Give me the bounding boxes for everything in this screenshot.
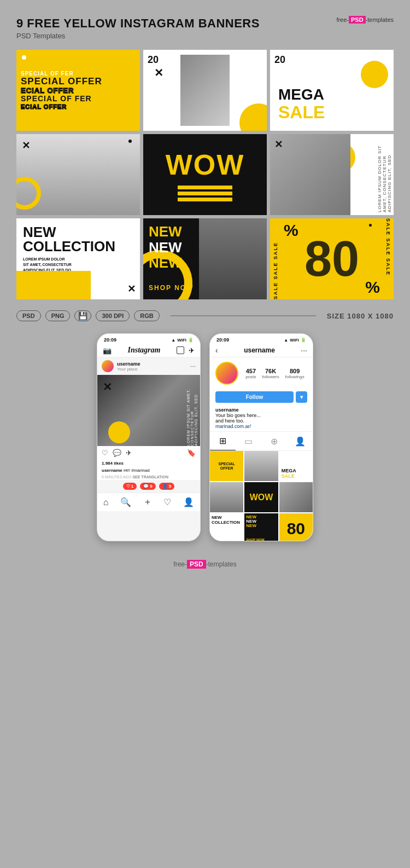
- posts-label: posts: [245, 374, 256, 379]
- tab-person[interactable]: 👤: [287, 432, 313, 450]
- followers-label: followers: [262, 374, 279, 379]
- phone-profile: 20:09 ▲ WiFi 🔋 ‹ username ··· 457: [209, 333, 313, 541]
- tab-tag[interactable]: ⊕: [261, 432, 287, 450]
- new-text: NEW: [23, 225, 133, 239]
- banner-grid: SPECIAL OF FER SPECIAL OFFER ECIAL OFFER…: [16, 50, 394, 299]
- feed-nav-bar: ⌂ 🔍 ＋ ♡ 👤: [97, 493, 200, 511]
- feed-status-icons: ▲ WiFi 🔋: [171, 338, 194, 343]
- banner-80-percent: SALE SALE SALE SALE SALE SALE % 80 %: [270, 218, 394, 299]
- tv-icon: [177, 346, 184, 354]
- wow-text: WOW: [166, 148, 245, 181]
- sale-vert-left: SALE SALE SALE: [273, 218, 278, 299]
- feed-user-info: username Your place: [102, 360, 140, 372]
- profile-stats: 457 posts 76K followers 809 followings: [243, 368, 307, 379]
- heart-nav-icon[interactable]: ♡: [163, 497, 171, 507]
- feed-caption: username Hi!! #marinad: [97, 467, 200, 474]
- avatar: [102, 360, 114, 372]
- page-subtitle: PSD Templates: [16, 32, 394, 40]
- notification-bar: ♡1 💬9 👤5: [97, 480, 200, 493]
- shop-now-text: SHOP NOW: [149, 284, 194, 292]
- badge-save: 💾: [74, 310, 91, 321]
- ig-logo: Instagram: [128, 346, 161, 355]
- grid-item-2: [244, 451, 278, 481]
- size-text: SIZE 1080 X 1080: [327, 312, 394, 320]
- profile-bio: username Your bio goes here...and here t…: [210, 405, 313, 431]
- send-icon: ✈: [189, 346, 195, 355]
- fashion-num: 20: [148, 54, 159, 66]
- mega-circle: [361, 61, 388, 88]
- heart-icon[interactable]: ♡: [102, 449, 108, 457]
- percent-bottom: %: [365, 278, 380, 297]
- following-count: 809: [285, 368, 304, 374]
- specs-badges: PSD PNG 💾 300 DPI RGB: [16, 310, 160, 321]
- banner-new-collection: NEW COLLECTION LOREM IPSUM DOLORSIT AMET…: [16, 218, 140, 299]
- profile-nav-icon[interactable]: 👤: [183, 497, 194, 507]
- grid-item-7: NEWCOLLECTION: [210, 513, 243, 541]
- wow-line-2: [178, 192, 232, 195]
- caption-username: username: [102, 468, 122, 473]
- bio-text: Your bio goes here...and here too.: [215, 413, 307, 424]
- profile-avatar: [215, 362, 238, 385]
- percent-top: %: [284, 221, 298, 240]
- banner-fashion: 20 ✕: [143, 50, 267, 131]
- badge-png: PNG: [45, 310, 71, 321]
- mega-num: 20: [274, 54, 285, 66]
- camera-icon: 📷: [103, 346, 112, 355]
- feed-time: 20:09: [104, 337, 116, 343]
- back-arrow-icon[interactable]: ‹: [215, 346, 218, 355]
- bio-username: username: [215, 407, 307, 413]
- notif-badge-1: ♡1: [123, 483, 137, 490]
- wow-line-1: [178, 186, 232, 189]
- grid-wow-text: WOW: [250, 493, 273, 502]
- new-line-2: NEW: [149, 240, 182, 256]
- feed-actions: ♡ 💬 ✈ 🔖: [97, 446, 200, 460]
- badge-psd: PSD: [16, 310, 41, 321]
- fashion-cross: ✕: [154, 66, 163, 79]
- feed-cross-icon: ✕: [103, 380, 112, 394]
- grid-item-6: [279, 482, 313, 512]
- notif-badge-3: 👤5: [159, 483, 174, 490]
- hat-dot: [128, 140, 132, 143]
- profile-username-header: username: [244, 346, 275, 354]
- add-nav-icon[interactable]: ＋: [143, 496, 152, 508]
- feed-location: Your place: [117, 367, 140, 372]
- follow-button[interactable]: Follow: [215, 391, 294, 403]
- followers-count: 76K: [262, 368, 279, 374]
- see-translation[interactable]: SEE TRANSLATION: [132, 475, 168, 479]
- share-icon[interactable]: ✈: [126, 449, 132, 457]
- stat-following: 809 followings: [285, 368, 304, 379]
- profile-more-dots[interactable]: ···: [301, 346, 307, 355]
- follow-row: Follow ▾: [210, 389, 313, 405]
- tab-list[interactable]: ▭: [236, 432, 261, 450]
- notif-badge-2: 💬9: [140, 483, 155, 490]
- grid-item-4: [210, 482, 243, 512]
- profile-status-bar: 20:09 ▲ WiFi 🔋: [210, 334, 313, 344]
- feed-header-icons: ✈: [177, 346, 195, 355]
- feed-side-text: LOREM IPSUM SIT AMET, CONSECTETUR ADIPIS…: [186, 386, 198, 446]
- bookmark-icon[interactable]: 🔖: [187, 449, 196, 457]
- banner-special-offer: SPECIAL OF FER SPECIAL OFFER ECIAL OFFER…: [16, 50, 140, 131]
- follow-dropdown[interactable]: ▾: [296, 391, 307, 403]
- feed-actions-left: ♡ 💬 ✈: [102, 449, 132, 457]
- feed-image: ✕ LOREM IPSUM SIT AMET, CONSECTETUR ADIP…: [97, 375, 200, 446]
- search-nav-icon[interactable]: 🔍: [120, 497, 131, 507]
- new-line-3: NEW: [149, 255, 182, 271]
- newcoll-cross: ✕: [127, 283, 136, 295]
- bio-link[interactable]: marinad.com.ar/: [215, 424, 307, 429]
- comment-icon[interactable]: 💬: [113, 449, 121, 457]
- sale-text: SALE: [278, 102, 325, 123]
- grid-item-3: MEGA SALE: [279, 451, 313, 481]
- banner-new-new: NEW NEW NEW SHOP NOW: [143, 218, 267, 299]
- wow-lines: [178, 186, 232, 201]
- newnew-photo: [199, 218, 267, 299]
- grid-item-9: 80: [279, 513, 313, 541]
- fashion-photo: [180, 55, 230, 126]
- feed-username: username: [117, 361, 140, 367]
- feed-more-dots[interactable]: ···: [190, 362, 196, 370]
- home-nav-icon[interactable]: ⌂: [103, 497, 109, 507]
- tab-grid[interactable]: ⊞: [210, 432, 236, 450]
- collection-text: COLLECTION: [23, 239, 133, 253]
- footer-psd: PSD: [187, 560, 206, 569]
- phone-feed: 20:09 ▲ WiFi 🔋 📷 Instagram ✈: [97, 333, 201, 541]
- grid-item-8: NEW NEW NEW SHOP NOW: [244, 513, 278, 541]
